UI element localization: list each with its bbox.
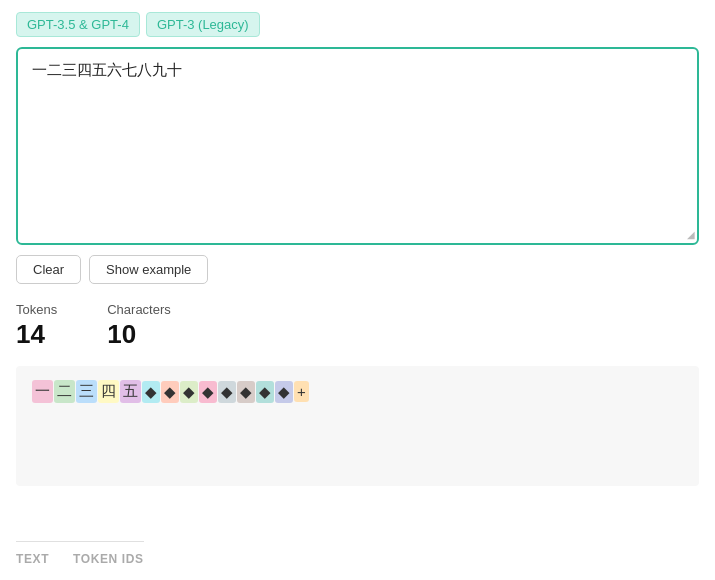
token-5: ◆	[142, 381, 160, 403]
token-1: 二	[54, 380, 75, 403]
token-11: ◆	[256, 381, 274, 403]
tokens-stat: Tokens 14	[16, 302, 57, 350]
token-13: +	[294, 381, 309, 402]
characters-stat: Characters 10	[107, 302, 171, 350]
characters-label: Characters	[107, 302, 171, 317]
tab-gpt3-legacy[interactable]: GPT-3 (Legacy)	[146, 12, 260, 37]
token-0: 一	[32, 380, 53, 403]
token-4: 五	[120, 380, 141, 403]
tab-gpt35-gpt4[interactable]: GPT-3.5 & GPT-4	[16, 12, 140, 37]
token-6: ◆	[161, 381, 179, 403]
tokens-label: Tokens	[16, 302, 57, 317]
show-example-button[interactable]: Show example	[89, 255, 208, 284]
action-buttons: Clear Show example	[16, 255, 699, 284]
characters-value: 10	[107, 319, 171, 350]
token-8: ◆	[199, 381, 217, 403]
view-tabs: TEXT TOKEN IDS	[16, 541, 144, 568]
token-9: ◆	[218, 381, 236, 403]
token-7: ◆	[180, 381, 198, 403]
model-tabs: GPT-3.5 & GPT-4 GPT-3 (Legacy)	[16, 12, 699, 37]
input-wrapper: 一二三四五六七八九十 ◢	[16, 47, 699, 245]
token-12: ◆	[275, 381, 293, 403]
token-3: 四	[98, 380, 119, 403]
stats-row: Tokens 14 Characters 10	[16, 302, 699, 350]
text-input[interactable]: 一二三四五六七八九十	[18, 49, 697, 239]
token-2: 三	[76, 380, 97, 403]
token-display: 一二三四五◆◆◆◆◆◆◆◆+	[16, 366, 699, 486]
tokens-value: 14	[16, 319, 57, 350]
tab-token-ids[interactable]: TOKEN IDS	[73, 552, 144, 568]
resize-handle[interactable]: ◢	[683, 229, 695, 241]
token-10: ◆	[237, 381, 255, 403]
token-row: 一二三四五◆◆◆◆◆◆◆◆+	[32, 380, 683, 403]
clear-button[interactable]: Clear	[16, 255, 81, 284]
tab-text[interactable]: TEXT	[16, 552, 49, 568]
